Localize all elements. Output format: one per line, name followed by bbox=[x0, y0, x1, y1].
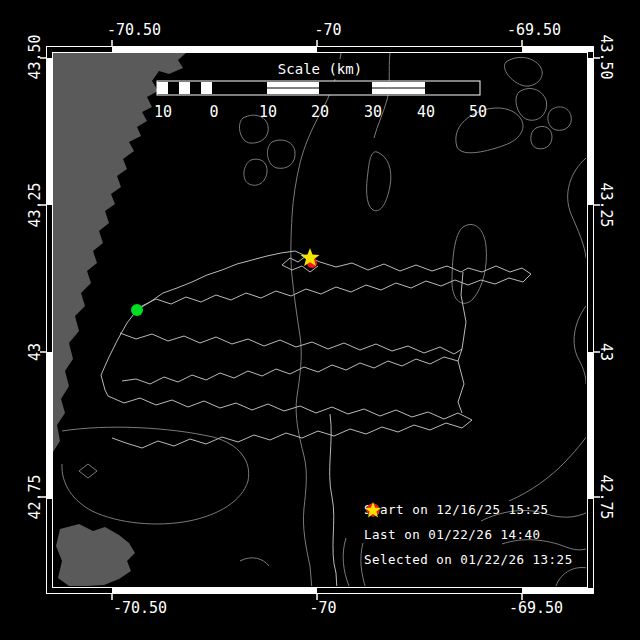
scale-bar-title: Scale (km) bbox=[271, 59, 369, 79]
lat-label-right-4: 42.75 bbox=[598, 474, 613, 519]
lon-label-top-2: -70 bbox=[314, 23, 341, 38]
lon-label-bottom-1: -70.50 bbox=[113, 601, 167, 616]
legend-last-label: Last on 01/22/26 14:40 bbox=[364, 527, 541, 542]
legend-row-last: Last on 01/22/26 14:40 bbox=[364, 526, 573, 542]
lat-label-right-1: 43.50 bbox=[598, 34, 613, 79]
legend: Start on 12/16/25 15:25 Last on 01/22/26… bbox=[364, 501, 573, 576]
scale-tick-0: 0 bbox=[209, 103, 218, 121]
lon-label-bottom-3: -69.50 bbox=[509, 601, 563, 616]
lat-label-right-3: 43 bbox=[598, 343, 613, 361]
lat-label-left-4: 42.75 bbox=[28, 474, 43, 519]
lon-label-top-3: -69.50 bbox=[507, 23, 561, 38]
legend-start-label: Start on 12/16/25 15:25 bbox=[364, 502, 549, 517]
legend-row-selected: Selected on 01/22/26 13:25 bbox=[364, 551, 573, 567]
legend-selected-label: Selected on 01/22/26 13:25 bbox=[364, 552, 573, 567]
scale-tick-20: 20 bbox=[311, 103, 329, 121]
lon-label-bottom-2: -70 bbox=[309, 601, 336, 616]
scale-tick-10L: 10 bbox=[154, 103, 172, 121]
scale-tick-10: 10 bbox=[259, 103, 277, 121]
lat-label-left-3: 43 bbox=[28, 343, 43, 361]
lat-label-left-1: 43.50 bbox=[28, 34, 43, 79]
scale-bar bbox=[157, 81, 480, 95]
lat-label-right-2: 43.25 bbox=[598, 182, 613, 227]
legend-row-start: Start on 12/16/25 15:25 bbox=[364, 501, 573, 517]
drifter-map-plot: -70.50 -70 -69.50 -70.50 -70 -69.50 43.5… bbox=[0, 0, 640, 640]
selected-star-icon bbox=[364, 501, 382, 519]
lat-label-left-2: 43.25 bbox=[28, 182, 43, 227]
scale-tick-30: 30 bbox=[364, 103, 382, 121]
scale-tick-40: 40 bbox=[417, 103, 435, 121]
scale-tick-50: 50 bbox=[469, 103, 487, 121]
lon-label-top-1: -70.50 bbox=[107, 23, 161, 38]
start-position-marker bbox=[131, 304, 143, 316]
land-polygon-south bbox=[56, 524, 135, 586]
